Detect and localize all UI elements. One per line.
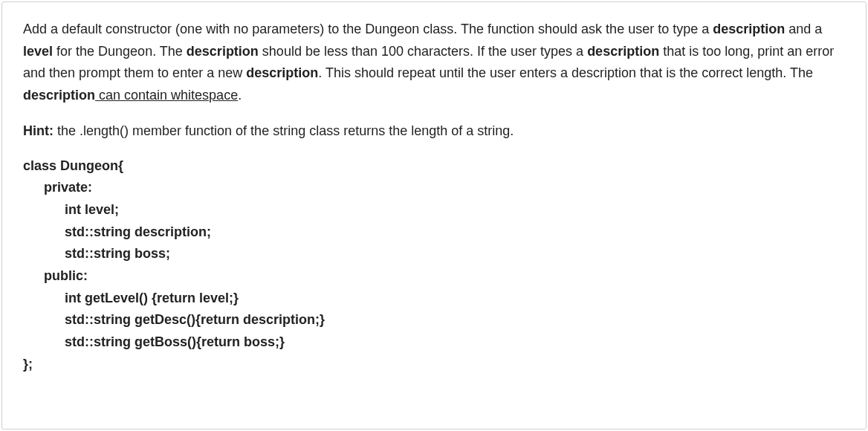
text-segment: should be less than 100 characters. If t… — [259, 44, 587, 59]
hint-paragraph: Hint: the .length() member function of t… — [23, 120, 845, 142]
text-segment: . This should repeat until the user ente… — [318, 65, 813, 80]
bold-description-4: description — [246, 65, 318, 80]
code-line-2: private: — [23, 177, 845, 199]
text-segment: Add a default constructor (one with no p… — [23, 22, 713, 36]
text-segment: . — [238, 88, 242, 103]
bold-description-5: description — [23, 88, 95, 103]
code-line-1: class Dungeon{ — [23, 155, 845, 178]
underlined-text: can contain whitespace — [95, 88, 238, 103]
code-line-6: public: — [23, 265, 845, 288]
question-container: Add a default constructor (one with no p… — [1, 1, 867, 430]
code-line-5: std::string boss; — [23, 243, 845, 265]
hint-text: the .length() member function of the str… — [54, 123, 514, 138]
hint-label: Hint: — [23, 123, 54, 138]
code-block: class Dungeon{ private: int level; std::… — [23, 155, 845, 376]
code-line-8: std::string getDesc(){return description… — [23, 309, 845, 331]
bold-level: level — [23, 44, 53, 59]
text-segment: and a — [785, 22, 822, 36]
code-line-9: std::string getBoss(){return boss;} — [23, 331, 845, 354]
code-line-4: std::string description; — [23, 221, 845, 244]
text-segment: for the Dungeon. The — [53, 44, 187, 59]
code-line-3: int level; — [23, 199, 845, 221]
question-paragraph: Add a default constructor (one with no p… — [23, 19, 845, 107]
bold-description-2: description — [187, 44, 259, 59]
code-line-10: }; — [23, 354, 845, 376]
bold-description-3: description — [587, 44, 659, 59]
code-line-7: int getLevel() {return level;} — [23, 288, 845, 310]
bold-description-1: description — [713, 22, 785, 36]
